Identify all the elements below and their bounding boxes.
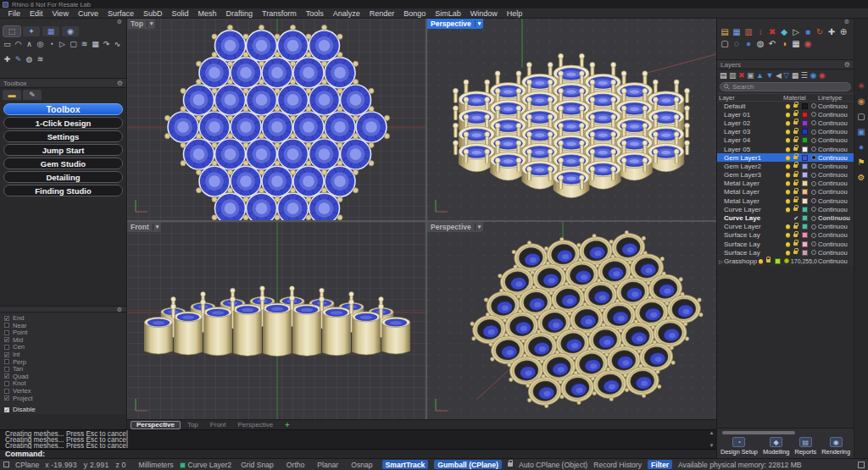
grid-tools-tab[interactable]: ▦ <box>42 26 59 36</box>
vase-tool-icon[interactable]: ◍ <box>25 54 34 64</box>
layer-row-gem-layer3[interactable]: Gem Layer3Continuou <box>717 171 854 180</box>
status-toggle-grid-snap[interactable]: Grid Snap <box>237 460 277 469</box>
toolbox-brush-tab[interactable]: ✎ <box>23 90 42 100</box>
crosshair-tool-icon[interactable]: ✚ <box>3 54 12 64</box>
box-tool-icon[interactable]: ▢ <box>69 39 78 49</box>
menu-drafting[interactable]: Drafting <box>221 9 258 18</box>
modelling-tab[interactable]: ◆Modelling <box>763 437 789 456</box>
osnap-checkbox-point[interactable] <box>4 330 9 335</box>
layer-visibility-icon[interactable] <box>786 164 790 169</box>
scroll-up-icon[interactable]: ▲ <box>709 431 715 435</box>
layer-lock-icon[interactable] <box>793 207 798 211</box>
menu-analyze[interactable]: Analyze <box>328 9 364 18</box>
status-toggle-gumball-cplane[interactable]: Gumball (CPlane) <box>434 460 502 469</box>
layer-color-swatch[interactable] <box>802 137 808 143</box>
viewport-label-top[interactable]: Top ▾ <box>127 19 155 29</box>
layer-material-icon[interactable] <box>811 250 816 255</box>
help-icon[interactable]: ◉ <box>810 71 816 80</box>
wire-globe-icon[interactable]: ⊕ <box>838 26 849 36</box>
viewport-tab-front[interactable]: Front <box>205 421 231 429</box>
toolbox-button-jump-start[interactable]: Jump Start <box>3 144 123 156</box>
gear-icon[interactable]: ⚙ <box>117 80 123 87</box>
named-views-tab-icon[interactable]: ⚑ <box>858 158 865 167</box>
color-wheel-icon[interactable]: ◉ <box>803 38 813 48</box>
layout-icon[interactable] <box>858 462 865 468</box>
layer-visibility-icon[interactable] <box>786 233 790 237</box>
reports-tab[interactable]: ▤Reports <box>795 437 817 456</box>
tools-tab-icon[interactable]: ⚙ <box>858 173 865 182</box>
gear-icon[interactable]: ⚙ <box>117 19 124 25</box>
arc-tool-icon[interactable]: ◠ <box>14 39 23 49</box>
viewport-top[interactable]: Top ▾ <box>127 19 426 220</box>
rebuild-tool-icon[interactable]: ↷ <box>102 39 111 49</box>
grasshopper-tab-icon[interactable]: ✳ <box>858 81 865 91</box>
open-file-icon[interactable]: ▤ <box>720 26 730 36</box>
point-tool-icon[interactable]: ▷ <box>58 39 67 49</box>
scroll-down-icon[interactable]: ▼ <box>709 444 715 448</box>
status-cplane[interactable]: CPlane <box>15 461 39 469</box>
toolbox-button-settings[interactable]: Settings <box>3 130 123 142</box>
color-wheel-tab-icon[interactable]: ◉ <box>858 97 865 106</box>
layer-row-metal-layer[interactable]: Metal LayerContinuou <box>717 188 854 196</box>
status-active-layer[interactable]: Curve Layer2 <box>180 461 232 469</box>
layer-color-swatch[interactable] <box>802 232 808 238</box>
new-layer-icon[interactable]: ▤ <box>720 71 727 80</box>
viewport-tab-perspective[interactable]: Perspective <box>131 421 181 429</box>
layer-lock-icon[interactable] <box>793 199 798 202</box>
layer-row-surface-lay[interactable]: Surface LayContinuou <box>717 240 854 248</box>
layer-material-icon[interactable] <box>811 173 816 178</box>
chevron-down-icon[interactable]: ▾ <box>153 224 162 230</box>
layer-lock-icon[interactable] <box>793 174 798 177</box>
layer-visibility-icon[interactable] <box>786 207 790 212</box>
point-tools-tab[interactable]: ◉ <box>62 26 79 36</box>
command-history[interactable]: ▲ ▼ Creating meshes... Press Esc to canc… <box>0 430 716 449</box>
layer-row-metal-layer[interactable]: Metal LayerContinuou <box>717 180 854 188</box>
gear-icon[interactable]: ⚙ <box>844 61 850 69</box>
chevron-down-icon[interactable]: ▾ <box>475 224 484 230</box>
toolbox-button-gem-studio[interactable]: Gem Studio <box>3 158 123 169</box>
layer-color-swatch[interactable] <box>802 250 808 256</box>
gear-icon[interactable]: ⚙ <box>117 307 124 313</box>
menu-surface[interactable]: Surface <box>103 9 138 18</box>
toolbox-button-finding-studio[interactable]: Finding Studio <box>3 185 123 196</box>
layer-material-icon[interactable] <box>811 198 816 203</box>
viewport-tab-perspective[interactable]: Perspective <box>233 421 279 429</box>
layer-lock-icon[interactable] <box>793 147 798 151</box>
cplane-icon[interactable]: ■ <box>803 26 813 36</box>
layer-color-swatch[interactable] <box>802 198 808 204</box>
osnap-item-perp[interactable]: Perp <box>4 358 122 366</box>
layer-lock-icon[interactable] <box>793 104 798 108</box>
layer-material-icon[interactable] <box>811 181 816 186</box>
menu-window[interactable]: Window <box>465 9 502 18</box>
viewport-tab-top[interactable]: Top <box>182 421 203 429</box>
save-file-icon[interactable]: ▦ <box>732 26 742 36</box>
layer-visibility-icon[interactable] <box>786 251 790 255</box>
rotate-3d-icon[interactable]: ◆ <box>779 26 789 36</box>
layer-search-input[interactable] <box>732 83 847 91</box>
layer-row-curve-laye[interactable]: Curve Laye✔Continuou <box>717 213 854 222</box>
delete-layer-icon[interactable]: ✖ <box>738 71 745 80</box>
osnap-item-int[interactable]: Int <box>4 351 122 358</box>
shade-icon[interactable]: ◑ <box>779 38 789 48</box>
layer-search-box[interactable] <box>720 82 851 91</box>
layer-tools-icon[interactable]: ◉ <box>819 71 826 80</box>
layer-material-icon[interactable] <box>811 163 816 169</box>
osnap-panel-header[interactable]: · · · · ⚙ <box>0 306 126 312</box>
osnap-item-vertex[interactable]: Vertex <box>4 387 122 395</box>
viewport-perspective-2[interactable]: Perspective ▾ <box>427 222 716 419</box>
osnap-checkbox-perp[interactable] <box>4 359 9 364</box>
command-scrollbar[interactable]: ▲ ▼ <box>708 431 715 448</box>
osnap-item-knot[interactable]: Knot <box>4 380 122 388</box>
list-menu-icon[interactable]: ☰ <box>801 71 808 80</box>
layer-material-icon[interactable] <box>811 233 816 238</box>
layer-row-surface-lay[interactable]: Surface LayContinuou <box>717 248 854 257</box>
layer-color-swatch[interactable] <box>802 215 808 221</box>
delete-icon[interactable]: ✖ <box>767 26 777 36</box>
menu-subd[interactable]: SubD <box>138 9 167 18</box>
layer-material-icon[interactable] <box>811 112 816 117</box>
osnap-item-end[interactable]: End <box>4 314 122 322</box>
select-circle-icon[interactable]: ◌ <box>732 38 742 48</box>
export-icon[interactable]: ▷ <box>791 26 801 36</box>
viewport-label-perspective[interactable]: Perspective ▾ <box>427 19 483 29</box>
osnap-checkbox-mid[interactable] <box>4 337 9 342</box>
